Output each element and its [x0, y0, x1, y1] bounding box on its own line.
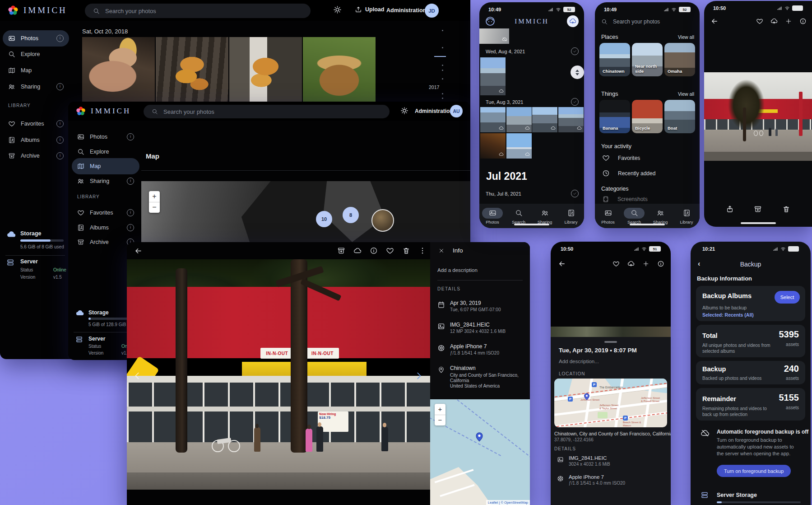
photo-edge[interactable] [551, 327, 671, 337]
map-cluster-marker[interactable]: 10 [316, 211, 332, 227]
sidebar-item-sharing[interactable]: Sharingi [72, 173, 139, 189]
sidebar-item-explore[interactable]: Explore [72, 144, 139, 160]
photo-thumbnail[interactable] [532, 107, 557, 132]
zoom-in-button[interactable]: + [435, 404, 445, 415]
map-cluster-marker[interactable]: 8 [343, 207, 359, 223]
info-icon[interactable] [370, 247, 378, 255]
administration-link[interactable]: Administration [415, 108, 453, 114]
thing-card[interactable]: Banana [599, 100, 630, 133]
archive-icon[interactable] [337, 247, 345, 255]
sidebar-item-sharing[interactable]: Sharingi [3, 79, 69, 95]
favorite-heart-icon[interactable] [612, 260, 620, 267]
search-input[interactable]: Search your photos [601, 19, 660, 25]
sidebar-item-favorites[interactable]: Favoritesi [72, 205, 139, 221]
thing-card[interactable]: Boat [664, 100, 695, 133]
delete-trash-icon[interactable] [402, 247, 410, 255]
info-icon[interactable] [657, 260, 664, 267]
download-cloud-icon[interactable] [353, 247, 362, 255]
map-photo-marker[interactable] [371, 209, 394, 232]
tab-library[interactable]: Library [673, 208, 700, 224]
app-logo[interactable]: IMMICH [68, 106, 131, 117]
photo-thumbnail[interactable] [480, 133, 506, 159]
place-card[interactable]: Near north side [632, 43, 663, 76]
sidebar-item-photos[interactable]: Photosi [3, 30, 69, 47]
photo-thumbnail[interactable] [303, 37, 376, 103]
view-all-link[interactable]: View all [678, 34, 694, 40]
sidebar-item-explore[interactable]: Explore [3, 46, 69, 62]
photo-thumbnail[interactable] [480, 57, 506, 95]
view-all-link[interactable]: View all [678, 91, 694, 97]
tab-search[interactable]: Search [621, 208, 647, 224]
sidebar-item-albums[interactable]: Albumsi [3, 132, 69, 148]
sidebar-item-map[interactable]: Map [3, 62, 69, 79]
search-input[interactable]: Search your photos [85, 4, 311, 18]
next-photo-button[interactable] [414, 371, 424, 381]
add-description-field[interactable]: Add description... [559, 359, 599, 364]
delete-trash-icon[interactable] [782, 205, 790, 213]
add-plus-icon[interactable] [642, 260, 650, 267]
tab-library[interactable]: Library [558, 208, 584, 224]
photo-thumbnail[interactable] [82, 37, 155, 103]
turn-on-backup-button[interactable]: Turn on foreground backup [717, 465, 791, 477]
previous-photo-button[interactable] [132, 371, 142, 381]
favorite-heart-icon[interactable] [756, 18, 763, 25]
back-button[interactable] [134, 247, 143, 255]
activity-favorites-row[interactable]: Favorites [602, 154, 640, 162]
profile-avatar[interactable] [567, 15, 579, 27]
tab-search[interactable]: Search [506, 208, 532, 224]
archive-icon[interactable] [754, 205, 762, 213]
tab-sharing[interactable]: Sharing [647, 208, 673, 224]
info-icon[interactable] [799, 18, 807, 25]
more-options-icon[interactable] [418, 247, 427, 255]
sidebar-item-map[interactable]: Map [72, 158, 139, 174]
favorite-heart-icon[interactable] [386, 247, 394, 255]
photo-thumbnail[interactable] [506, 107, 532, 132]
cloud-upload-icon[interactable] [770, 18, 778, 25]
place-card[interactable]: Chinatown [599, 43, 630, 76]
tab-photos[interactable]: Photos [479, 208, 506, 224]
user-avatar[interactable]: AU [450, 105, 463, 117]
photo-thumbnail[interactable] [506, 133, 532, 159]
map-attribution[interactable]: Leaflet | © OpenStreetMap [486, 500, 530, 505]
theme-toggle-button[interactable] [333, 5, 342, 14]
app-logo[interactable]: IMMICH [0, 5, 67, 16]
sidebar-item-favorites[interactable]: Favoritesi [3, 116, 69, 132]
photo-thumbnail[interactable] [558, 107, 584, 132]
add-plus-icon[interactable] [785, 18, 792, 25]
photo-thumbnail[interactable] [479, 28, 509, 44]
theme-toggle-button[interactable] [400, 107, 408, 115]
zoom-in-button[interactable]: + [149, 191, 160, 202]
close-info-button[interactable] [438, 248, 445, 254]
zoom-out-button[interactable]: − [435, 415, 445, 426]
sidebar-item-photos[interactable]: Photosi [72, 129, 139, 145]
select-all-check-icon[interactable] [571, 98, 579, 106]
activity-recent-row[interactable]: Recently added [602, 169, 655, 177]
category-screenshots-row[interactable]: Screenshots [602, 196, 648, 203]
location-map[interactable]: P P P The Embarcadero Jefferson Street J… [554, 379, 667, 427]
sheet-drag-handle[interactable] [604, 341, 617, 343]
sidebar-item-archive[interactable]: Archivei [3, 148, 69, 164]
place-card[interactable]: Omaha [664, 43, 695, 76]
photo-thumbnail[interactable] [480, 107, 506, 132]
back-button[interactable] [558, 260, 566, 268]
timeline-drag-handle[interactable] [571, 65, 584, 79]
search-input[interactable]: Search your photos [144, 105, 390, 118]
cloud-upload-icon[interactable] [627, 260, 635, 267]
info-mini-map[interactable]: + − Leaflet | © OpenStreetMap [430, 399, 530, 505]
select-button[interactable]: Select [775, 291, 800, 304]
back-button[interactable] [710, 17, 719, 25]
photo-thumbnail[interactable] [229, 37, 302, 103]
select-all-check-icon[interactable] [571, 47, 579, 55]
user-avatar[interactable]: JD [425, 4, 439, 18]
select-all-check-icon[interactable] [571, 190, 579, 197]
zoom-out-button[interactable]: − [149, 202, 160, 213]
share-icon[interactable] [726, 205, 734, 213]
photo-thumbnail[interactable] [156, 37, 228, 103]
tab-photos[interactable]: Photos [595, 208, 621, 224]
thing-card[interactable]: Bicycle [632, 100, 663, 133]
add-description-field[interactable]: Add a description [437, 267, 478, 273]
upload-button[interactable]: Upload [355, 6, 384, 13]
sidebar-item-albums[interactable]: Albumsi [72, 220, 139, 236]
administration-link[interactable]: Administration [386, 7, 426, 14]
tab-sharing[interactable]: Sharing [532, 208, 558, 224]
